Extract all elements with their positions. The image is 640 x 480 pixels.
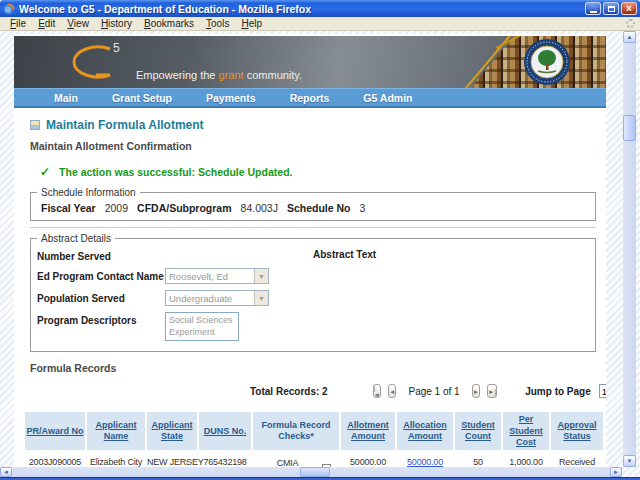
fiscal-year-value: 2009 xyxy=(105,202,128,214)
horizontal-scrollbar-thumb[interactable] xyxy=(300,467,330,477)
header-pr-award-no[interactable]: PR/Award No xyxy=(25,412,85,450)
header-allotment-amount[interactable]: Allotment Amount xyxy=(341,412,395,450)
section-divider xyxy=(30,227,596,228)
menu-tools[interactable]: Tools xyxy=(200,18,235,29)
abstract-details-legend: Abstract Details xyxy=(37,233,115,244)
banner-tagline: Empowering the grant community. xyxy=(136,69,302,81)
formula-records-table: PR/Award No Applicant Name Applicant Sta… xyxy=(23,410,605,467)
schedule-no-label: Schedule No xyxy=(287,202,351,214)
loading-throbber-icon xyxy=(626,19,635,28)
per-student-cost-cell: 1,000.00 xyxy=(503,452,549,467)
cmia-indicator-label: CMIA Indicator xyxy=(262,458,314,467)
window-title: Welcome to G5 - Department of Education … xyxy=(19,3,581,15)
ed-program-contact-label: Ed Program Contact Name xyxy=(37,268,165,282)
form-icon xyxy=(30,120,40,130)
table-row: 2003J090005 Elizabeth City College NEW J… xyxy=(25,452,603,467)
minimize-button[interactable] xyxy=(585,2,601,15)
dropdown-arrow-icon: ▼ xyxy=(254,269,268,283)
previous-page-button[interactable]: ◄ xyxy=(388,384,396,398)
scroll-right-arrow-icon[interactable]: ► xyxy=(610,467,622,477)
first-page-button[interactable]: |◄ xyxy=(373,384,381,398)
maximize-icon xyxy=(608,6,615,12)
vertical-scrollbar[interactable]: ▲ ▼ xyxy=(623,31,636,467)
menu-history[interactable]: History xyxy=(95,18,138,29)
applicant-name-cell: Elizabeth City College xyxy=(87,452,145,467)
nav-g5-admin[interactable]: G5 Admin xyxy=(363,92,412,104)
total-records: Total Records: 2 xyxy=(250,386,328,397)
menu-edit[interactable]: Edit xyxy=(32,18,61,29)
header-applicant-state[interactable]: Applicant State xyxy=(147,412,197,450)
jump-to-page-label: Jump to Page xyxy=(525,386,591,397)
nav-payments[interactable]: Payments xyxy=(206,92,256,104)
schedule-no-value: 3 xyxy=(360,202,366,214)
abstract-details-fieldset: Abstract Details Number Served Ed Progra… xyxy=(30,233,596,352)
menu-file[interactable]: File xyxy=(4,18,32,29)
schedule-information-legend: Schedule Information xyxy=(37,187,140,198)
jump-to-page-input[interactable] xyxy=(599,384,606,398)
header-allocation-amount[interactable]: Allocation Amount xyxy=(397,412,453,450)
last-page-button[interactable]: ►| xyxy=(487,384,497,398)
pr-award-no-cell: 2003J090005 xyxy=(25,452,85,467)
g5-logo-icon: 5 xyxy=(56,39,128,85)
horizontal-scrollbar[interactable]: ◄ ► xyxy=(0,467,622,477)
close-button[interactable]: × xyxy=(621,2,637,15)
header-approval-status[interactable]: Approval Status xyxy=(551,412,603,450)
menu-bar: File Edit View History Bookmarks Tools H… xyxy=(0,17,640,31)
schedule-information-fieldset: Schedule Information Fiscal Year 2009 CF… xyxy=(30,187,596,221)
ed-program-contact-select[interactable]: Roosevelt, Ed ▼ xyxy=(165,268,269,284)
fiscal-year-label: Fiscal Year xyxy=(41,202,96,214)
menu-bookmarks[interactable]: Bookmarks xyxy=(138,18,200,29)
dropdown-arrow-icon: ▼ xyxy=(254,291,268,305)
scroll-left-arrow-icon[interactable]: ◄ xyxy=(0,467,12,477)
nav-reports[interactable]: Reports xyxy=(290,92,330,104)
dept-of-education-seal-icon xyxy=(524,39,570,85)
header-applicant-name[interactable]: Applicant Name xyxy=(87,412,145,450)
minimize-icon xyxy=(590,11,597,13)
page-title: Maintain Formula Allotment xyxy=(46,118,204,132)
program-descriptors-label: Program Descriptors xyxy=(37,312,165,326)
header-duns-no[interactable]: DUNS No. xyxy=(199,412,251,450)
page-viewport: 5 Empowering the grant community. Main G… xyxy=(0,31,640,477)
nav-main[interactable]: Main xyxy=(54,92,78,104)
table-header-row: PR/Award No Applicant Name Applicant Sta… xyxy=(25,412,603,450)
duns-no-cell: 765432198 xyxy=(199,452,251,467)
svg-text:5: 5 xyxy=(113,41,120,55)
nav-grant-setup[interactable]: Grant Setup xyxy=(112,92,172,104)
pagination-bar: Total Records: 2 |◄ ◄ Page 1 of 1 ► ►| J… xyxy=(30,382,594,400)
success-message: ✓The action was successful: Schedule Upd… xyxy=(40,165,594,179)
g5-banner: 5 Empowering the grant community. xyxy=(14,36,606,88)
cfda-subprogram-label: CFDA/Subprogram xyxy=(137,202,232,214)
title-bar: Welcome to G5 - Department of Education … xyxy=(0,0,640,17)
vertical-scrollbar-thumb[interactable] xyxy=(623,115,636,141)
main-nav: Main Grant Setup Payments Reports G5 Adm… xyxy=(14,88,606,108)
next-page-button[interactable]: ► xyxy=(472,384,480,398)
header-formula-record-checks: Formula Record Checks* xyxy=(253,412,339,450)
content-column: 5 Empowering the grant community. Main G… xyxy=(14,34,606,467)
checkmark-icon: ✓ xyxy=(40,165,50,179)
page-body: Maintain Formula Allotment Maintain Allo… xyxy=(14,108,606,467)
scroll-down-arrow-icon[interactable]: ▼ xyxy=(623,455,636,467)
maximize-button[interactable] xyxy=(603,2,619,15)
header-student-count[interactable]: Student Count xyxy=(455,412,501,450)
population-served-select[interactable]: Undergraduate ▼ xyxy=(165,290,269,306)
page-subtitle: Maintain Allotment Confirmation xyxy=(30,140,594,152)
formula-records-label: Formula Records xyxy=(30,362,594,374)
browser-window: Welcome to G5 - Department of Education … xyxy=(0,0,640,480)
student-count-cell: 50 xyxy=(455,452,501,467)
program-descriptors-listbox[interactable]: Social Sciences Experiment xyxy=(165,312,239,341)
menu-help[interactable]: Help xyxy=(235,18,268,29)
allocation-amount-link[interactable]: 50000.00 xyxy=(407,457,443,467)
abstract-text-label: Abstract Text xyxy=(313,249,376,260)
page-indicator: Page 1 of 1 xyxy=(408,386,459,397)
firefox-icon xyxy=(3,3,15,15)
scroll-up-arrow-icon[interactable]: ▲ xyxy=(623,31,636,43)
number-served-label: Number Served xyxy=(37,248,165,262)
approval-status-cell: Received xyxy=(551,452,603,467)
population-served-label: Population Served xyxy=(37,290,165,304)
cfda-subprogram-value: 84.003J xyxy=(241,202,278,214)
allotment-amount-cell: 50000.00 xyxy=(341,452,395,467)
allocation-amount-cell: 50000.00 xyxy=(397,452,453,467)
menu-view[interactable]: View xyxy=(61,18,95,29)
formula-record-checks-cell: CMIA Indicator High Risk xyxy=(253,452,339,467)
header-per-student-cost[interactable]: Per Student Cost xyxy=(503,412,549,450)
